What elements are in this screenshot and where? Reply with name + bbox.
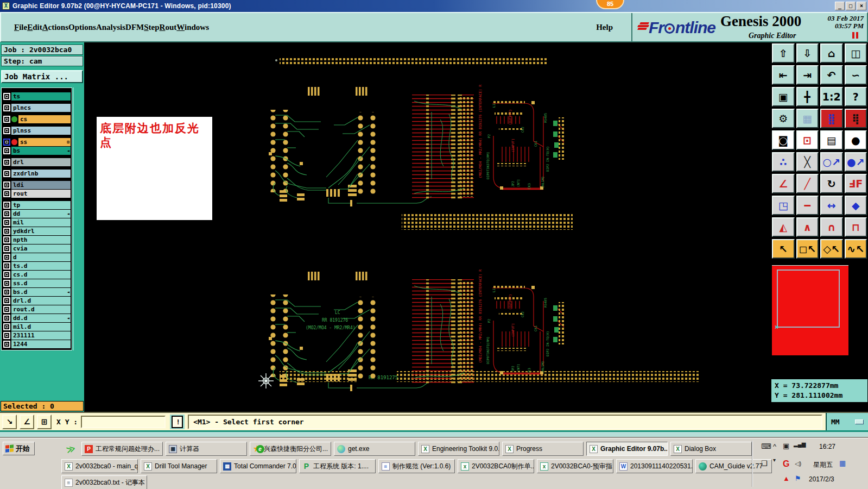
layer-row[interactable]: dd◄ <box>3 210 71 218</box>
layer-name[interactable]: drl.d <box>11 297 71 305</box>
layer-checkbox[interactable] <box>3 159 10 166</box>
layer-checkbox[interactable] <box>3 297 10 304</box>
layer-row[interactable]: bs.d◄ <box>3 288 71 296</box>
menu-item-help[interactable]: Help <box>596 23 613 32</box>
units-panel[interactable]: MM <box>826 413 868 430</box>
pan-right-icon[interactable]: ⇥ <box>796 65 819 85</box>
layer-checkbox[interactable] <box>3 236 10 243</box>
taskbar-button[interactable]: 计算器 <box>166 442 247 456</box>
layer-row[interactable]: ldi <box>3 181 71 189</box>
layer-row[interactable]: mil <box>3 218 71 227</box>
layer-scrollbar[interactable] <box>73 87 83 350</box>
layer-checkbox[interactable] <box>3 315 10 322</box>
layer-name[interactable]: rout.d <box>11 305 71 314</box>
pan-center-icon[interactable]: ╋ <box>796 87 819 106</box>
layer-row[interactable]: ydkdrl <box>3 227 71 235</box>
g-app-icon[interactable]: G <box>783 459 789 469</box>
menu-item[interactable]: DFM <box>125 23 144 32</box>
taskbar-button[interactable]: get.exe <box>334 442 415 456</box>
close-button[interactable]: × <box>857 2 866 10</box>
angle-snap-icon[interactable]: ∠ <box>20 415 34 429</box>
grid-toggle-icon[interactable]: ▦ <box>796 109 819 128</box>
layer-row[interactable]: drl <box>3 158 71 166</box>
layer-checkbox[interactable] <box>3 228 10 235</box>
minimize-button[interactable]: _ <box>835 2 845 10</box>
arch-base-icon[interactable]: ⊓ <box>845 217 867 237</box>
select-poly-icon[interactable]: ◇↖ <box>820 239 843 259</box>
layer-row[interactable]: plncs <box>3 104 71 112</box>
zoom-ratio-icon[interactable]: 1:2 <box>820 87 843 106</box>
arch-icon[interactable]: ∩ <box>820 217 843 237</box>
layer-checkbox[interactable] <box>3 170 10 177</box>
layer-checkbox[interactable] <box>3 219 10 226</box>
width-measure-icon[interactable]: ↔ <box>820 196 843 215</box>
zoom-area-icon[interactable]: ⊡ <box>796 130 819 150</box>
layer-checkbox[interactable] <box>3 262 10 269</box>
layer-checkbox[interactable] <box>3 181 10 189</box>
quicklaunch-swish-icon[interactable]: ≫ <box>65 443 77 455</box>
layer-checkbox[interactable] <box>3 190 10 197</box>
triangle-app-icon[interactable]: ▲ <box>783 474 790 482</box>
flag-icon[interactable]: ⚑ <box>795 474 801 482</box>
move-icon[interactable]: ○↗ <box>820 152 843 172</box>
cascade-icon[interactable]: ❑ <box>761 459 768 467</box>
layer-row[interactable]: rout <box>3 190 71 198</box>
menu-item[interactable]: Windows <box>176 23 209 32</box>
layer-name[interactable]: zxdrlnb <box>11 170 71 178</box>
delete-icon[interactable]: ╳ <box>796 152 819 172</box>
layer-row[interactable]: cvia <box>3 244 71 253</box>
slope-icon[interactable]: ╱ <box>796 174 819 193</box>
taskbar-button[interactable]: Dialog Box <box>670 442 752 456</box>
speaker-icon[interactable]: ◁) <box>795 460 801 467</box>
display-icon[interactable]: ▦ <box>839 459 846 467</box>
tile-windows-icon[interactable]: ◫ <box>845 43 867 63</box>
layer-checkbox[interactable] <box>3 271 10 278</box>
taskbar-button[interactable]: Progress <box>502 442 584 456</box>
taskbar-button[interactable]: Total Commander 7.0... <box>220 459 296 473</box>
layer-checkbox[interactable] <box>3 202 10 209</box>
menu-item[interactable]: Actions <box>42 23 68 32</box>
taskbar-button[interactable]: 2V0032BCA0-预审指... <box>537 459 613 473</box>
layer-checkbox[interactable] <box>3 93 10 100</box>
zoom-fit-icon[interactable]: ▣ <box>772 87 795 106</box>
xy-input[interactable] <box>81 416 166 428</box>
layer-row[interactable]: ts <box>3 92 71 101</box>
layer-name[interactable]: ydkdrl <box>11 227 71 235</box>
arrow-down-icon[interactable]: ▾ <box>773 457 776 463</box>
resize-corner-icon[interactable]: ↘ <box>2 415 17 429</box>
layer-checkbox[interactable] <box>3 147 10 154</box>
chevron-up-icon[interactable]: ^ <box>773 442 776 450</box>
layer-checkbox[interactable] <box>3 280 10 287</box>
menu-item[interactable]: Edit <box>27 23 42 32</box>
layer-name[interactable]: 1244 <box>11 340 71 348</box>
layer-row[interactable]: ts.d <box>3 262 71 270</box>
undo-view-icon[interactable]: ↶ <box>820 65 843 85</box>
layer-row[interactable]: ss.d <box>3 279 71 287</box>
view-down-icon[interactable]: ⇩ <box>796 43 819 63</box>
ie-shortcut[interactable] <box>255 443 265 455</box>
layer-name[interactable]: ss⊞ <box>18 138 71 146</box>
layer-checkbox[interactable] <box>3 332 10 339</box>
layer-name[interactable]: ss.d <box>11 279 71 287</box>
layer-row[interactable]: 1244 <box>3 340 71 348</box>
copy-icon[interactable]: ●↗ <box>845 152 867 172</box>
chevron-up-icon[interactable]: ∧ <box>796 217 819 237</box>
maximize-button[interactable]: □ <box>846 2 856 10</box>
layer-name[interactable]: cs <box>18 115 71 123</box>
layer-name[interactable]: dd◄ <box>11 210 71 218</box>
layer-name[interactable]: cs.d <box>11 271 71 279</box>
layer-name[interactable]: bs.d◄ <box>11 288 71 296</box>
layer-row[interactable]: ss⊞ <box>3 138 71 146</box>
layer-name[interactable]: mil <box>11 218 71 227</box>
view-up-icon[interactable]: ⇧ <box>772 43 795 63</box>
taskbar-button[interactable]: 2v0032bca0.txt - 记事本 <box>61 475 147 489</box>
angle-icon[interactable]: ∠ <box>772 174 795 193</box>
layer-name[interactable]: ts.d <box>11 262 71 270</box>
home-view-icon[interactable]: ⌂ <box>820 43 843 63</box>
clipboard-icon[interactable]: ▣ <box>783 442 789 450</box>
taskbar-button[interactable]: Engineering Toolkit 9.0... <box>418 442 499 456</box>
menu-item[interactable]: Step <box>144 23 159 32</box>
surface-icon[interactable]: ◆ <box>845 196 867 215</box>
layer-checkbox[interactable] <box>3 139 10 146</box>
measure-ruler-icon[interactable]: ▤ <box>820 130 843 150</box>
